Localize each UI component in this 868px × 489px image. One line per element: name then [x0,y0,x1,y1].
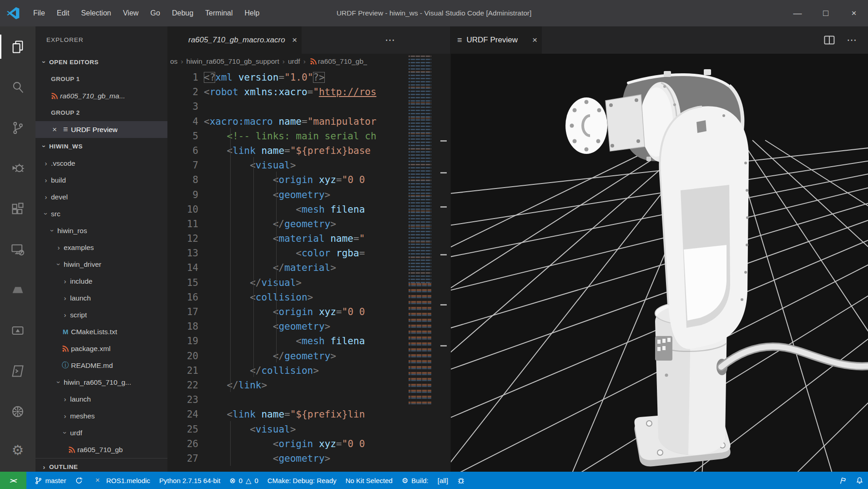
tree-folder-urdf[interactable]: ›urdf [35,424,167,441]
terminal-panel-icon[interactable] [0,351,35,392]
tree-file-ra605-710-gb[interactable]: ra605_710_gb [35,441,167,458]
search-icon[interactable] [0,67,35,107]
title-bar: FileEditSelectionViewGoDebugTerminalHelp… [0,0,868,26]
tab-urdf-preview[interactable]: ≡ URDF Preview × [451,26,542,54]
run-debug-icon[interactable] [0,148,35,188]
code-line-24[interactable]: 24 <link name="${prefix}lin [167,407,450,422]
menu-view[interactable]: View [117,0,144,26]
ros-icon[interactable] [0,270,35,310]
tab-close-icon[interactable]: × [532,35,537,45]
close-icon[interactable]: × [92,476,103,485]
maximize-button[interactable]: □ [812,0,840,26]
cmake-build[interactable]: ⚙Build: [397,472,433,489]
python-interpreter[interactable]: Python 2.7.15 64-bit [155,472,225,489]
open-editors-header[interactable]: › OPEN EDITORS [35,54,167,71]
chevron-right-icon: › [39,463,49,471]
readme-file-icon: ⓘ [60,361,71,370]
tree-folder-src[interactable]: ›src [35,205,167,222]
breadcrumb-item[interactable]: os [170,57,177,66]
urdf-3d-viewport[interactable] [451,54,868,472]
line-number: 3 [167,99,204,114]
extensions-icon[interactable] [0,188,35,229]
close-button[interactable]: × [840,0,868,26]
menu-go[interactable]: Go [145,0,166,26]
open-editor-item[interactable]: ×≡URDF Preview [35,121,167,138]
feedback[interactable] [834,472,851,489]
tree-folder-examples[interactable]: ›examples [35,239,167,256]
problems[interactable]: ⊗0△0 [225,472,262,489]
split-editor-icon[interactable] [824,36,835,45]
open-editors-group[interactable]: GROUP 1 [35,71,167,87]
test-explorer-icon[interactable] [0,311,35,351]
sync-icon [75,477,83,484]
tab-xacro-file[interactable]: ra605_710_gb_macro.xacro × [167,26,302,54]
tree-folder-launch[interactable]: ›launch [35,290,167,306]
workspace-header[interactable]: › HIWIN_WS [35,138,167,155]
menu-terminal[interactable]: Terminal [199,0,238,26]
tree-file-CMakeLists-txt[interactable]: MCMakeLists.txt [35,323,167,340]
git-branch[interactable]: master [30,472,71,489]
menu-edit[interactable]: Edit [51,0,76,26]
tree-folder-build[interactable]: ›build [35,172,167,188]
breadcrumb-item[interactable]: urdf [288,57,300,66]
minimize-button[interactable]: — [783,0,812,26]
menu-file[interactable]: File [27,0,51,26]
settings-gear-icon[interactable]: ⚙ [12,432,24,468]
ruler-mark [440,345,447,346]
source-control-icon[interactable] [0,107,35,148]
chevron-icon: › [41,159,51,167]
minimap[interactable] [406,54,434,406]
remote-explorer-icon[interactable] [0,229,35,270]
tree-folder-include[interactable]: ›include [35,273,167,290]
tree-folder-hiwin-ra605-710-g-[interactable]: ›hiwin_ra605_710_g... [35,374,167,391]
close-icon[interactable]: × [49,125,60,134]
editor-more-actions-icon[interactable]: ⋯ [385,34,396,46]
tab-close-icon[interactable]: × [292,35,297,45]
urdf-preview-panel: ≡ URDF Preview × ⋯ [450,26,868,472]
tree-folder-hiwin-driver[interactable]: ›hiwin_driver [35,256,167,273]
chevron-icon: › [55,377,63,387]
cmake-kit[interactable]: No Kit Selected [341,472,397,489]
menu-help[interactable]: Help [239,0,266,26]
cmake-status[interactable]: CMake: Debug: Ready [263,472,341,489]
notifications[interactable] [851,472,868,489]
activity-bar: ⚙ [0,26,35,472]
tree-folder-meshes[interactable]: ›meshes [35,408,167,424]
gear-icon: ⚙ [402,476,408,485]
tree-folder-devel[interactable]: ›devel [35,188,167,205]
code-line-25[interactable]: 25 <visual> [167,422,450,437]
chevron-down-icon: › [40,57,48,67]
vscode-logo [5,5,21,21]
open-editors-group[interactable]: GROUP 2 [35,104,167,121]
open-editor-item[interactable]: ra605_710_gb_ma... [35,87,167,104]
tree-file-package-xml[interactable]: package.xml [35,340,167,357]
outline-header[interactable]: › OUTLINE [35,458,167,472]
menu-selection[interactable]: Selection [75,0,117,26]
preview-more-actions-icon[interactable]: ⋯ [847,34,858,46]
tree-file-README-md[interactable]: ⓘREADME.md [35,357,167,374]
chevron-icon: › [60,311,70,319]
line-number: 1 [167,70,204,85]
remote-indicator[interactable]: >< [0,472,26,489]
explorer-icon[interactable] [0,26,35,67]
breadcrumb-item[interactable]: hiwin_ra605_710_gb_support [187,57,279,66]
tree-folder-launch[interactable]: ›launch [35,391,167,408]
sync-button[interactable] [71,472,87,489]
editor-group: ra605_710_gb_macro.xacro × ⋯ os›hiwin_ra… [167,26,450,472]
cmake-target[interactable]: [all] [433,472,453,489]
file-tree: ›.vscode›build›devel›src›hiwin_ros›examp… [35,155,167,458]
line-number: 11 [167,217,204,231]
line-number: 26 [167,437,204,451]
code-line-27[interactable]: 27 <geometry> [167,451,450,466]
cmake-debug[interactable] [453,472,469,489]
chevron-down-icon: › [40,142,48,152]
menu-debug[interactable]: Debug [166,0,199,26]
breadcrumb-item[interactable]: ra605_710_gb_ [309,57,368,66]
ros-version[interactable]: ×ROS1.melodic [87,472,155,489]
remote-icon: >< [10,477,17,484]
tree-folder-script[interactable]: ›script [35,306,167,323]
tree-folder-hiwin-ros[interactable]: ›hiwin_ros [35,222,167,239]
kubernetes-icon[interactable] [0,392,35,432]
tree-folder--vscode[interactable]: ›.vscode [35,155,167,172]
code-line-26[interactable]: 26 <origin xyz="0 0 [167,437,450,451]
